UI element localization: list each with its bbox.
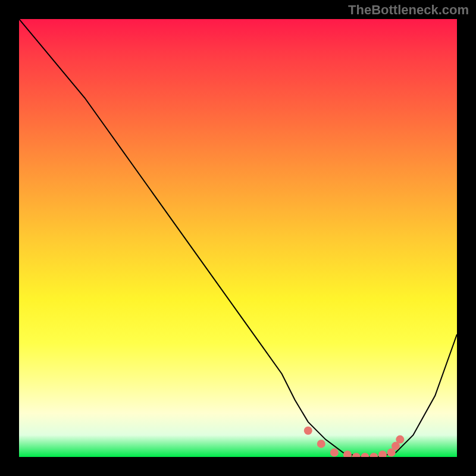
chart-marker — [343, 450, 352, 457]
chart-marker — [369, 453, 378, 457]
chart-marker — [396, 436, 404, 444]
chart-markers — [304, 427, 405, 457]
chart-curve — [19, 19, 457, 457]
chart-marker — [317, 440, 325, 448]
chart-marker — [304, 427, 312, 435]
watermark-text: TheBottleneck.com — [348, 2, 469, 18]
chart-marker — [352, 453, 361, 457]
chart-svg — [19, 19, 457, 457]
chart-plot-area — [19, 19, 457, 457]
chart-marker — [330, 449, 339, 457]
chart-marker — [378, 450, 387, 457]
chart-marker — [361, 453, 369, 457]
